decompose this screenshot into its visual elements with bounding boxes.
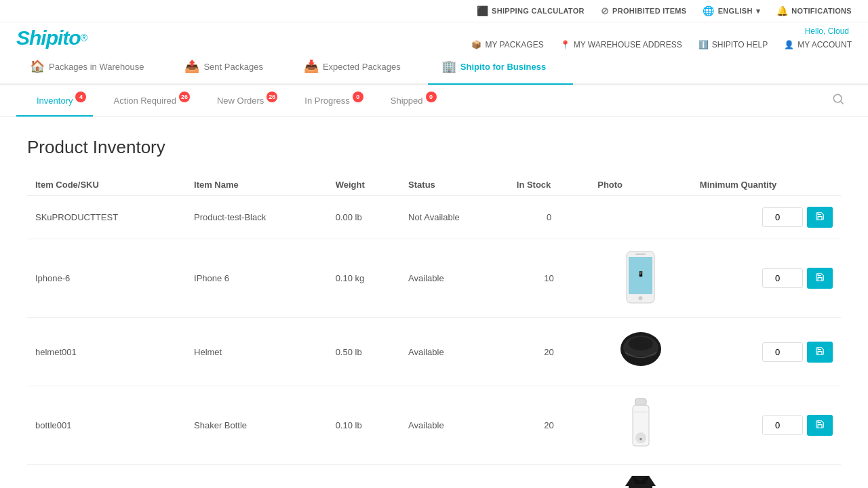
language-selector[interactable]: 🌐 ENGLISH ▾ bbox=[703, 5, 760, 16]
my-packages-link[interactable]: 📦 MY PACKAGES bbox=[471, 40, 543, 49]
prohibited-icon: ⊘ bbox=[601, 5, 609, 16]
tab-sent-packages-label: Sent Packages bbox=[203, 62, 262, 72]
col-weight: Weight bbox=[328, 174, 400, 196]
col-min-qty: Minimum Quantity bbox=[692, 174, 841, 196]
tab-expected-packages[interactable]: 📥 Expected Packages bbox=[290, 49, 428, 85]
cell-item-name: Helmet bbox=[186, 318, 328, 386]
globe-icon: 🌐 bbox=[703, 5, 714, 16]
save-button[interactable] bbox=[807, 268, 833, 289]
cell-in-stock: 0 bbox=[509, 196, 589, 239]
subtab-new-orders-label: New Orders bbox=[217, 96, 264, 106]
shipito-help-label: SHIPITO HELP bbox=[712, 40, 768, 49]
tab-packages-in-warehouse[interactable]: 🏠 Packages in Warehouse bbox=[16, 49, 171, 85]
svg-point-9 bbox=[629, 337, 653, 350]
svg-rect-10 bbox=[635, 399, 646, 405]
tab-packages-in-warehouse-label: Packages in Warehouse bbox=[49, 62, 144, 72]
my-packages-label: MY PACKAGES bbox=[485, 40, 543, 49]
in-progress-badge: 0 bbox=[353, 92, 363, 102]
table-row: SKuPRODUCTTEST Product-test-Black 0.00 l… bbox=[27, 196, 841, 239]
save-button[interactable] bbox=[807, 342, 833, 363]
col-in-stock: In Stock bbox=[509, 174, 589, 196]
cell-photo bbox=[589, 465, 692, 489]
cell-photo: ● bbox=[589, 386, 692, 465]
language-label: ENGLISH bbox=[718, 7, 753, 15]
expected-icon: 📥 bbox=[304, 59, 319, 74]
info-icon: ℹ️ bbox=[698, 40, 709, 49]
subtab-inventory[interactable]: Inventory 4 bbox=[16, 86, 93, 117]
cell-sku: Iphone-6 bbox=[27, 239, 186, 318]
cell-photo bbox=[589, 196, 692, 239]
inventory-badge: 4 bbox=[75, 92, 86, 102]
col-status: Status bbox=[400, 174, 509, 196]
subtab-in-progress[interactable]: In Progress 0 bbox=[284, 86, 370, 117]
cell-sku: shirt001 bbox=[27, 465, 186, 489]
svg-rect-4 bbox=[635, 253, 646, 255]
min-qty-input[interactable] bbox=[762, 207, 803, 227]
cell-item-name: IPhone 6 bbox=[186, 239, 328, 318]
svg-point-5 bbox=[639, 296, 643, 300]
subtab-action-required-label: Action Required bbox=[113, 96, 176, 106]
cell-status: Available bbox=[400, 465, 509, 489]
page-title: Product Inventory bbox=[27, 137, 841, 158]
min-qty-input[interactable] bbox=[762, 342, 803, 362]
save-button[interactable] bbox=[807, 415, 833, 436]
svg-text:📱: 📱 bbox=[637, 270, 644, 277]
subtab-action-required[interactable]: Action Required 26 bbox=[93, 86, 197, 117]
subtab-inventory-label: Inventory bbox=[37, 96, 73, 106]
packages-icon: 📦 bbox=[471, 40, 481, 49]
svg-text:●: ● bbox=[639, 436, 642, 442]
col-item-name: Item Name bbox=[186, 174, 328, 196]
subtab-shipped-label: Shipped bbox=[391, 96, 423, 106]
bell-icon: 🔔 bbox=[776, 5, 788, 16]
account-icon: 👤 bbox=[784, 40, 794, 49]
cell-sku: helmet001 bbox=[27, 318, 186, 386]
col-sku: Item Code/SKU bbox=[27, 174, 186, 196]
cell-weight: 0.10 kg bbox=[328, 239, 400, 318]
main-content: Product Inventory Item Code/SKU Item Nam… bbox=[0, 117, 868, 488]
new-orders-badge: 26 bbox=[267, 92, 277, 102]
min-qty-input[interactable] bbox=[762, 415, 803, 435]
action-required-badge: 26 bbox=[179, 92, 190, 102]
min-qty-input[interactable] bbox=[762, 268, 803, 288]
tab-shipito-business-label: Shipito for Business bbox=[460, 62, 546, 72]
warehouse-address-link[interactable]: 📍 MY WAREHOUSE ADDRESS bbox=[560, 40, 682, 49]
cell-weight: 0.50 lb bbox=[328, 318, 400, 386]
col-photo: Photo bbox=[589, 174, 692, 196]
warehouse-icon: 🏠 bbox=[30, 59, 45, 74]
notifications-link[interactable]: 🔔 NOTIFICATIONS bbox=[776, 5, 852, 16]
table-row: bottle001 Shaker Bottle 0.10 lb Availabl… bbox=[27, 386, 841, 465]
sent-icon: 📤 bbox=[184, 59, 199, 74]
cell-status: Available bbox=[400, 239, 509, 318]
tab-expected-packages-label: Expected Packages bbox=[323, 62, 401, 72]
cell-in-stock: 20 bbox=[509, 318, 589, 386]
cell-status: Not Available bbox=[400, 196, 509, 239]
cell-weight: 0.10 lb bbox=[328, 386, 400, 465]
table-row: Iphone-6 IPhone 6 0.10 kg Available 10 📱 bbox=[27, 239, 841, 318]
tab-shipito-business[interactable]: 🏢 Shipito for Business bbox=[428, 49, 573, 85]
cell-min-qty bbox=[692, 386, 841, 465]
my-account-link[interactable]: 👤 MY ACCOUNT bbox=[784, 40, 852, 49]
warehouse-address-label: MY WAREHOUSE ADDRESS bbox=[574, 40, 682, 49]
calculator-icon: ⬛ bbox=[477, 5, 488, 16]
search-button[interactable] bbox=[825, 85, 852, 116]
cell-item-name: Shaker Bottle bbox=[186, 386, 328, 465]
shipped-badge: 0 bbox=[426, 92, 437, 102]
save-button[interactable] bbox=[807, 207, 833, 228]
shipping-calculator-link[interactable]: ⬛ SHIPPING CALCULATOR bbox=[477, 5, 585, 16]
cell-in-stock: 20 bbox=[509, 465, 589, 489]
subtab-shipped[interactable]: Shipped 0 bbox=[370, 86, 443, 117]
cell-sku: SKuPRODUCTTEST bbox=[27, 196, 186, 239]
cell-in-stock: 10 bbox=[509, 239, 589, 318]
tab-sent-packages[interactable]: 📤 Sent Packages bbox=[171, 49, 290, 85]
cell-item-name: Shirt bbox=[186, 465, 328, 489]
svg-rect-12 bbox=[634, 411, 648, 413]
cell-in-stock: 20 bbox=[509, 386, 589, 465]
my-account-label: MY ACCOUNT bbox=[797, 40, 852, 49]
table-row: shirt001 Shirt 0.20 lb Available 20 bbox=[27, 465, 841, 489]
prohibited-items-link[interactable]: ⊘ PROHIBITED ITEMS bbox=[601, 5, 687, 16]
subtab-new-orders[interactable]: New Orders 26 bbox=[197, 86, 284, 117]
shipito-help-link[interactable]: ℹ️ SHIPITO HELP bbox=[698, 40, 768, 49]
cell-min-qty bbox=[692, 196, 841, 239]
cell-status: Available bbox=[400, 386, 509, 465]
cell-status: Available bbox=[400, 318, 509, 386]
